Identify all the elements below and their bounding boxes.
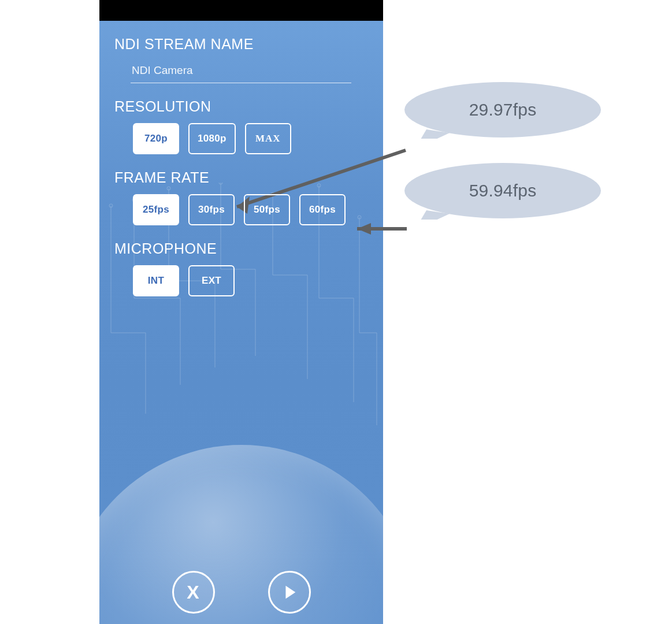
section-stream-name: NDI STREAM NAME: [114, 36, 368, 83]
resolution-option-720p[interactable]: 720p: [133, 123, 179, 154]
settings-screen: NDI STREAM NAME RESOLUTION 720p 1080p MA…: [99, 21, 383, 624]
play-icon: [281, 584, 298, 601]
annotation-callout-2997: 29.97fps: [403, 81, 602, 139]
annotation-callout-5994: 59.94fps: [403, 162, 602, 220]
phone-frame: NDI STREAM NAME RESOLUTION 720p 1080p MA…: [99, 0, 383, 624]
resolution-option-1080p[interactable]: 1080p: [188, 123, 236, 154]
resolution-options: 720p 1080p MAX: [133, 123, 368, 154]
resolution-option-max[interactable]: MAX: [245, 123, 291, 154]
stream-name-label: NDI STREAM NAME: [114, 36, 368, 53]
close-icon: X: [187, 582, 199, 603]
play-button[interactable]: [268, 571, 311, 614]
microphone-option-ext[interactable]: EXT: [188, 265, 235, 296]
microphone-label: MICROPHONE: [114, 240, 368, 257]
frame-rate-option-60fps[interactable]: 60fps: [299, 194, 346, 225]
frame-rate-option-30fps[interactable]: 30fps: [188, 194, 235, 225]
close-button[interactable]: X: [172, 571, 215, 614]
section-resolution: RESOLUTION 720p 1080p MAX: [114, 98, 368, 154]
phone-notch: [99, 0, 383, 21]
frame-rate-options: 25fps 30fps 50fps 60fps: [133, 194, 368, 225]
microphone-option-int[interactable]: INT: [133, 265, 179, 296]
stream-name-input[interactable]: [131, 61, 351, 83]
annotation-text-2997: 29.97fps: [469, 100, 537, 120]
frame-rate-label: FRAME RATE: [114, 169, 368, 186]
svg-point-0: [109, 204, 113, 207]
section-microphone: MICROPHONE INT EXT: [114, 240, 368, 296]
resolution-label: RESOLUTION: [114, 98, 368, 115]
microphone-options: INT EXT: [133, 265, 368, 296]
bottom-controls: X: [99, 571, 383, 614]
section-frame-rate: FRAME RATE 25fps 30fps 50fps 60fps: [114, 169, 368, 225]
frame-rate-option-50fps[interactable]: 50fps: [244, 194, 290, 225]
frame-rate-option-25fps[interactable]: 25fps: [133, 194, 179, 225]
annotation-text-5994: 59.94fps: [469, 181, 537, 200]
